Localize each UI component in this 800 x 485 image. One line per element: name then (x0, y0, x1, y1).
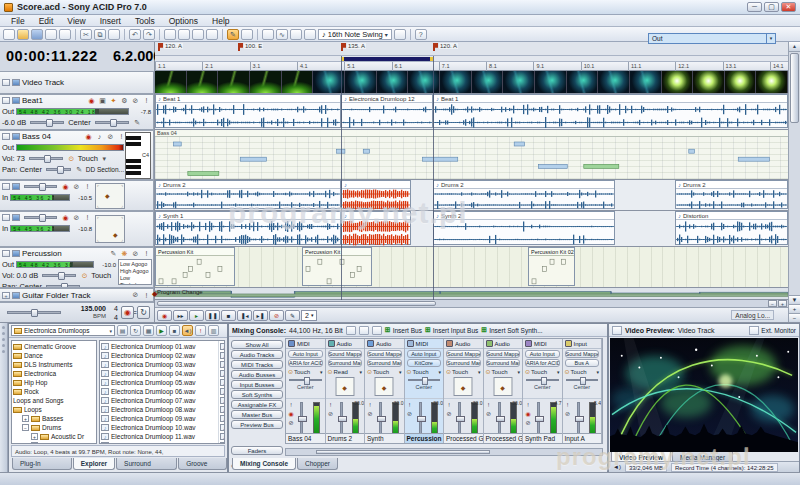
copy-icon[interactable]: ⧉ (94, 29, 106, 40)
pan-value[interactable]: Center (68, 118, 91, 127)
view-filter-button[interactable]: Assignable FX (231, 400, 283, 409)
file-item[interactable]: ♪ Electronica (220, 369, 223, 378)
track-header-drums2[interactable]: ◉ ⊘ ! In 54 45 36 27 18 -10.5 ⌜⌝ ⌞⌟ ◆ (0, 180, 154, 211)
surround-pan-pad[interactable]: ◆ (375, 377, 394, 396)
cut-icon[interactable]: ✂ (80, 29, 92, 40)
delete-icon[interactable]: ! (195, 325, 206, 336)
stop-button[interactable]: ■ (221, 310, 236, 321)
auto-preview-icon[interactable]: ◄) (182, 325, 193, 336)
pencil-icon[interactable]: ✎ (75, 166, 84, 174)
volume-value[interactable]: 0.0 dB (17, 271, 39, 280)
section-label[interactable]: DD Section... (86, 166, 124, 173)
solo-icon[interactable]: ! (366, 401, 374, 410)
pan-slider[interactable]: Center (526, 379, 559, 390)
refresh-icon[interactable]: ↻ (130, 325, 141, 336)
fx-icon[interactable]: ❋ (120, 250, 129, 258)
view-filter-button[interactable]: Input Busses (231, 380, 283, 389)
go-to-start-button[interactable]: ❚◂ (237, 310, 252, 321)
automation-mode-dropdown[interactable]: ⊙ Read ▾ (326, 367, 365, 376)
surround-pan-pad[interactable]: ◆ (493, 377, 512, 396)
vertical-scrollbar[interactable]: ▲ ▼ + − (788, 42, 800, 322)
scrollbar-thumb[interactable] (157, 301, 436, 306)
kit-item[interactable]: High Agogo (120, 268, 150, 275)
channel-type-chip[interactable]: MIDI (286, 339, 325, 349)
list-view-icon[interactable]: ▥ (208, 325, 219, 336)
video-thumbnail[interactable] (535, 71, 567, 93)
solo-icon[interactable]: ! (445, 401, 453, 410)
audio-clip[interactable]: ♪Drums 2 (675, 180, 788, 209)
input-device-button[interactable]: Sound Mapper (367, 350, 402, 358)
video-thumbnail[interactable] (313, 71, 345, 93)
output-device-button[interactable]: Surround Master (328, 359, 363, 367)
whats-this-icon[interactable]: ? (415, 29, 427, 40)
insert-input-bus-button[interactable]: ⊞Insert Input Bus (425, 326, 478, 334)
view-filter-button[interactable]: Preview Bus (231, 420, 283, 429)
channel-name[interactable]: Processed G... (444, 433, 483, 443)
mute-icon[interactable]: ⊘ (106, 133, 115, 141)
input-device-button[interactable]: Auto Input (407, 350, 442, 358)
track-name[interactable]: Beat1 (22, 96, 43, 105)
channel-name[interactable]: Drums 2 (326, 433, 365, 443)
input-device-button[interactable]: Auto Input (525, 350, 560, 358)
mute-icon[interactable]: ⊘ (72, 183, 81, 191)
view-filter-button[interactable]: Soft Synths (231, 390, 283, 399)
automation-mode-dropdown[interactable]: ⊙ Touch ▾ (286, 367, 325, 376)
mute-icon[interactable]: ⊘ (366, 410, 374, 419)
view-filter-button[interactable]: MIDI Tracks (231, 360, 283, 369)
channel-name[interactable]: Synth (365, 433, 404, 443)
menu-item[interactable]: Edit (32, 16, 61, 26)
tab-explorer[interactable]: Explorer (73, 458, 115, 470)
mute-icon[interactable]: ⊘ (485, 410, 493, 419)
zoom-in-icon[interactable]: + (789, 304, 800, 313)
mixer-channel-strip[interactable]: Audio Sound Mapper Surround Master ⊙ Rea… (326, 339, 366, 443)
channel-name[interactable]: Percussion (405, 433, 444, 443)
mixer-channel-strip[interactable]: Audio Sound Mapper Surround Master ⊙ Tou… (365, 339, 405, 443)
mute-icon[interactable]: ⊘ (406, 410, 414, 419)
synth-track-lane[interactable]: ♪Synth 1 ♪ ♪Synth 2 ♪Distortion (155, 211, 788, 247)
fx-icon[interactable]: ✦ (109, 97, 118, 105)
pan-position-dot[interactable]: ◆ (500, 384, 505, 391)
automation-mode[interactable]: Touch (78, 154, 98, 163)
metronome-icon[interactable] (304, 29, 316, 40)
mute-icon[interactable]: ⊘ (131, 97, 140, 105)
automation-mode[interactable]: Touch (91, 271, 111, 280)
menu-item[interactable]: File (4, 16, 32, 26)
channel-type-chip[interactable]: Audio (484, 339, 523, 349)
menu-item[interactable]: Options (162, 16, 205, 26)
tab-chopper[interactable]: Chopper (297, 458, 338, 470)
video-thumbnail[interactable] (345, 71, 377, 93)
track-name[interactable]: Video Track (22, 78, 64, 87)
views-icon[interactable]: ▦ (143, 325, 154, 336)
automation-icon[interactable]: ⊙ (80, 272, 89, 280)
record-arm-icon[interactable]: ◉ (287, 410, 295, 419)
midi-drum-clip[interactable]: Percussion Kit (302, 247, 372, 286)
file-item[interactable]: ♪ Electronica Drumloop 11.wav (101, 432, 217, 441)
output-device-button[interactable]: Bus A (565, 359, 600, 367)
bass-midi-lane[interactable]: Bass 04 (155, 130, 788, 180)
maximize-button[interactable]: ▢ (764, 2, 779, 12)
undo-icon[interactable]: ↶ (129, 29, 141, 40)
pan-position-dot[interactable]: ◆ (461, 384, 466, 391)
time-main[interactable]: 00:00:11.222 (6, 48, 97, 64)
volume-slider[interactable] (24, 216, 57, 219)
scroll-up-icon[interactable]: ▲ (789, 42, 800, 52)
drum-kit-list[interactable]: Low Agogo High Agogo Low Timbale High Ti… (118, 259, 152, 285)
track-header-bass04[interactable]: Bass 04 ◉ ♪ ⊘ ! Out Vol: 73 ⊙ Touch ▾ Pa… (0, 130, 154, 180)
output-device-button[interactable]: Surround Master (367, 359, 402, 367)
file-item[interactable]: ♪ Electronica (220, 351, 223, 360)
solo-icon[interactable]: ! (142, 292, 151, 299)
mixer-channel-strip[interactable]: MIDI Auto Input KitCore ⊙ Touch ▾ Center (405, 339, 445, 443)
file-item[interactable]: ♪ Electronica Drumloop 09.wav (101, 414, 217, 423)
video-thumbnail[interactable] (725, 71, 757, 93)
track-header-video[interactable]: Video Track (0, 71, 154, 94)
metronome-off-icon[interactable]: ⊘ (269, 310, 284, 321)
pencil-icon[interactable]: ✎ (109, 250, 118, 258)
zoom-out-icon[interactable]: − (789, 313, 800, 322)
minimize-button[interactable]: ─ (747, 2, 762, 12)
snap-icon[interactable] (206, 29, 218, 40)
file-item[interactable]: ♪ Electronica Drumloop 04.wav (101, 369, 217, 378)
io-label[interactable]: In (2, 193, 8, 202)
track-header-percussion[interactable]: Percussion ✎ ❋ ⊘ ! Out 54 48 42 36 30 24… (0, 247, 154, 288)
insert-bus-button[interactable]: ⊞Insert Bus (385, 326, 422, 334)
file-item[interactable]: ♪ Electronica (220, 342, 223, 351)
